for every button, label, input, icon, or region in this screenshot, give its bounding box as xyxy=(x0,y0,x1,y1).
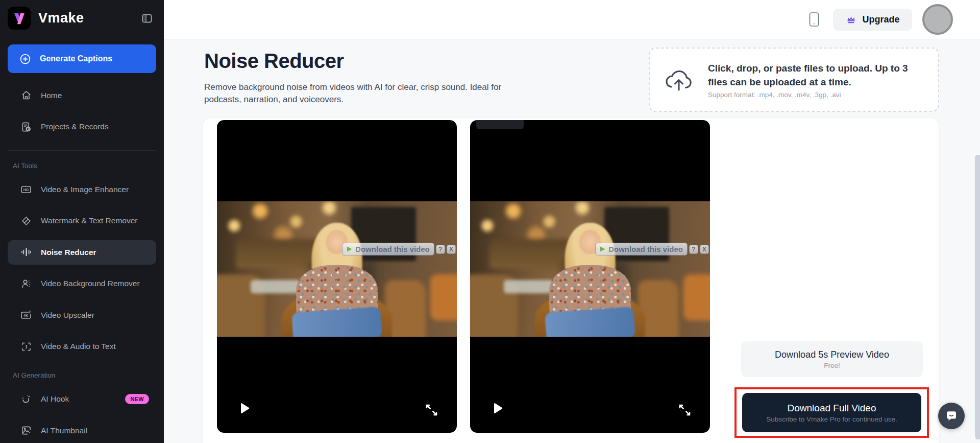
section-label-ai-generation: AI Generation xyxy=(8,370,156,380)
generate-captions-label: Generate Captions xyxy=(40,54,112,63)
sidebar-item-watermark-text-remover[interactable]: Watermark & Text Remover xyxy=(8,208,156,234)
download-this-video-label: Download this video xyxy=(608,245,683,253)
video-label-tab xyxy=(476,120,524,129)
image-thumbnail-icon xyxy=(20,425,32,437)
download-preview-subtitle: Free! xyxy=(824,362,840,369)
download-this-video-label: Download this video xyxy=(355,245,430,253)
overlay-help-button[interactable]: ? xyxy=(689,245,698,254)
download-panel: Download 5s Preview Video Free! Download… xyxy=(724,118,939,443)
page-description: Remove background noise from videos with… xyxy=(204,81,527,106)
sidebar-item-label: Watermark & Text Remover xyxy=(41,216,138,225)
fullscreen-icon[interactable] xyxy=(678,403,692,417)
vmake-logo-icon xyxy=(8,7,31,30)
main-content: Noise Reducer Remove background noise fr… xyxy=(164,39,980,443)
sidebar-item-label: Video Background Remover xyxy=(41,279,140,288)
fullscreen-icon[interactable] xyxy=(425,403,438,417)
download-this-video-overlay: Download this video ? X xyxy=(595,243,709,255)
sidebar-item-video-image-enhancer[interactable]: HD Video & Image Enhancer xyxy=(8,177,156,202)
sidebar-item-label: Video Upscaler xyxy=(41,311,94,320)
result-card: Download this video ? X xyxy=(202,118,939,443)
download-preview-title: Download 5s Preview Video xyxy=(775,349,889,360)
play-button[interactable] xyxy=(237,401,252,416)
sidebar-item-ai-hook[interactable]: AI Hook NEW xyxy=(8,387,156,412)
red-highlight-annotation: Download Full Video Subscribe to Vmake P… xyxy=(734,387,929,438)
sidebar-item-label: AI Hook xyxy=(41,394,69,404)
sidebar-item-ai-thumbnail[interactable]: AI Thumbnail xyxy=(8,418,156,443)
chat-icon xyxy=(945,409,958,423)
svg-text:I: I xyxy=(25,344,27,349)
green-play-icon xyxy=(600,245,605,253)
hook-icon xyxy=(20,393,32,405)
waveform-icon xyxy=(20,246,32,259)
download-full-title: Download Full Video xyxy=(788,403,876,414)
hd-badge-icon: HD xyxy=(20,183,32,196)
download-preview-button[interactable]: Download 5s Preview Video Free! xyxy=(741,341,923,377)
mobile-phone-icon[interactable] xyxy=(805,9,823,30)
overlay-help-button[interactable]: ? xyxy=(436,245,445,254)
svg-text:4K: 4K xyxy=(23,313,29,318)
generate-captions-button[interactable]: Generate Captions xyxy=(8,44,156,73)
chat-widget-button[interactable] xyxy=(938,403,965,429)
sidebar-item-video-background-remover[interactable]: Video Background Remover xyxy=(8,271,156,296)
home-icon xyxy=(20,89,32,102)
sidebar-item-label: Home xyxy=(41,91,62,100)
sidebar-item-label: Projects & Records xyxy=(41,122,109,131)
sidebar-item-label: Video & Image Enhancer xyxy=(41,185,129,194)
video-player-original[interactable]: Download this video ? X xyxy=(217,120,457,433)
sidebar-item-projects-records[interactable]: Projects & Records xyxy=(8,114,156,139)
play-button[interactable] xyxy=(491,401,505,416)
projects-records-icon xyxy=(20,121,32,133)
person-cutout-icon xyxy=(20,277,32,290)
sidebar-collapse-icon[interactable] xyxy=(138,9,156,28)
upgrade-button[interactable]: Upgrade xyxy=(833,9,912,31)
user-avatar[interactable] xyxy=(922,4,953,35)
upload-support-formats: Support format: .mp4, .mov, .m4v, .3gp, … xyxy=(708,91,924,99)
download-full-button[interactable]: Download Full Video Subscribe to Vmake P… xyxy=(742,393,921,432)
crown-icon xyxy=(845,14,857,25)
sidebar: Vmake Generate Captions Home xyxy=(0,0,164,443)
logo-row: Vmake xyxy=(8,7,156,30)
upgrade-label: Upgrade xyxy=(862,14,899,25)
sidebar-item-video-audio-to-text[interactable]: I Video & Audio to Text xyxy=(8,334,156,359)
video-frame xyxy=(217,201,457,337)
video-player-processed[interactable]: Download this video ? X xyxy=(470,120,710,433)
svg-text:HD: HD xyxy=(23,188,29,192)
text-scan-icon: I xyxy=(20,340,32,353)
sidebar-item-label: Video & Audio to Text xyxy=(41,342,116,351)
download-this-video-overlay: Download this video ? X xyxy=(342,243,456,255)
page-head: Noise Reducer Remove background noise fr… xyxy=(204,49,541,106)
upload-title: Click, drop, or paste files to upload. U… xyxy=(708,61,924,89)
new-badge: NEW xyxy=(125,394,149,404)
section-label-ai-tools: AI Tools xyxy=(8,161,156,171)
sidebar-item-video-upscaler[interactable]: 4K Video Upscaler xyxy=(8,303,156,328)
download-full-subtitle: Subscribe to Vmake Pro for continued use… xyxy=(766,415,897,423)
topbar: Upgrade xyxy=(164,0,980,39)
upload-dropzone[interactable]: Click, drop, or paste files to upload. U… xyxy=(649,48,939,112)
upload-text: Click, drop, or paste files to upload. U… xyxy=(708,61,924,99)
video-frame xyxy=(470,201,710,337)
brand-name: Vmake xyxy=(38,10,84,26)
sidebar-item-home[interactable]: Home xyxy=(8,83,156,108)
overlay-close-button[interactable]: X xyxy=(700,245,709,254)
sidebar-item-label: Noise Reducer xyxy=(41,248,96,257)
plus-circle-icon xyxy=(19,53,32,65)
page-title: Noise Reducer xyxy=(204,49,541,73)
vertical-scrollbar-thumb[interactable] xyxy=(975,155,980,439)
green-play-icon xyxy=(347,245,352,253)
eraser-icon xyxy=(20,215,32,227)
overlay-close-button[interactable]: X xyxy=(447,245,456,254)
sidebar-divider xyxy=(8,150,156,151)
upload-cloud-icon xyxy=(664,66,694,93)
4k-badge-icon: 4K xyxy=(20,309,32,321)
sidebar-item-noise-reducer[interactable]: Noise Reducer xyxy=(8,240,156,265)
download-this-video-button[interactable]: Download this video xyxy=(595,243,688,255)
sidebar-item-label: AI Thumbnail xyxy=(41,426,87,435)
download-this-video-button[interactable]: Download this video xyxy=(342,243,434,255)
